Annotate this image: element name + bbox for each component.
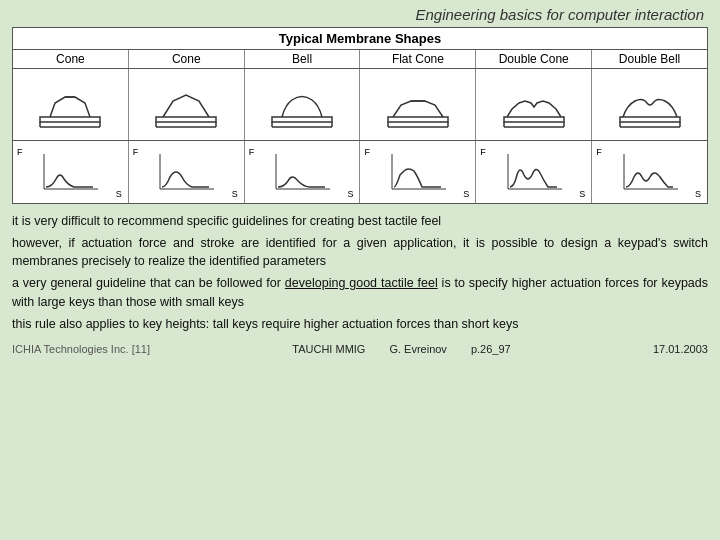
svg-rect-9: [272, 117, 332, 122]
graph3-s-label: S: [347, 189, 353, 199]
col-header-cone2: Cone: [129, 50, 245, 68]
graph-cone2: F S: [129, 141, 245, 203]
shape-cone1: [13, 69, 129, 140]
text-para4: this rule also applies to key heights: t…: [12, 315, 708, 333]
svg-rect-0: [40, 117, 100, 122]
col-header-double-bell: Double Bell: [592, 50, 707, 68]
footer: ICHIA Technologies Inc. [11] TAUCHI MMIG…: [0, 337, 720, 355]
col-header-bell: Bell: [245, 50, 361, 68]
graph5-s-label: S: [579, 189, 585, 199]
shape-double-cone: [476, 69, 592, 140]
graph-cone1: F S: [13, 141, 129, 203]
footer-center: TAUCHI MMIG G. Evreinov p.26_97: [292, 343, 510, 355]
svg-rect-5: [156, 117, 216, 122]
shapes-graphs-row: F S F S F S: [13, 141, 707, 203]
footer-page: p.26_97: [471, 343, 511, 355]
text-para1: it is very difficult to recommend specif…: [12, 212, 708, 230]
graph5-f-label: F: [480, 147, 486, 157]
shape-bell: [245, 69, 361, 140]
graph-double-cone: F S: [476, 141, 592, 203]
svg-rect-13: [388, 117, 448, 122]
footer-left: ICHIA Technologies Inc. [11]: [12, 343, 150, 355]
text-para2: however, if actuation force and stroke a…: [12, 234, 708, 270]
graph4-s-label: S: [463, 189, 469, 199]
graph2-s-label: S: [232, 189, 238, 199]
graph-flat-cone: F S: [360, 141, 476, 203]
shape-cone2: [129, 69, 245, 140]
svg-rect-18: [504, 117, 564, 122]
graph1-s-label: S: [116, 189, 122, 199]
page-title: Engineering basics for computer interact…: [0, 0, 720, 27]
graph1-f-label: F: [17, 147, 23, 157]
shapes-header-row: Cone Cone Bell Flat Cone Double Cone Dou…: [13, 50, 707, 69]
graph6-s-label: S: [695, 189, 701, 199]
shape-flat-cone: [360, 69, 476, 140]
diagram-container: Typical Membrane Shapes Cone Cone Bell F…: [12, 27, 708, 204]
shapes-images-row: [13, 69, 707, 141]
diagram-title: Typical Membrane Shapes: [13, 28, 707, 50]
graph2-f-label: F: [133, 147, 139, 157]
text-para3: a very general guideline that can be fol…: [12, 274, 708, 310]
graph-bell: F S: [245, 141, 361, 203]
graph-double-bell: F S: [592, 141, 707, 203]
footer-org: TAUCHI MMIG: [292, 343, 365, 355]
underline-text: developing good tactile feel: [285, 276, 438, 290]
footer-author: G. Evreinov: [389, 343, 446, 355]
text-content: it is very difficult to recommend specif…: [12, 212, 708, 333]
col-header-flat-cone: Flat Cone: [360, 50, 476, 68]
col-header-double-cone: Double Cone: [476, 50, 592, 68]
footer-date: 17.01.2003: [653, 343, 708, 355]
graph4-f-label: F: [364, 147, 370, 157]
graph6-f-label: F: [596, 147, 602, 157]
col-header-cone1: Cone: [13, 50, 129, 68]
svg-rect-22: [620, 117, 680, 122]
shape-double-bell: [592, 69, 707, 140]
graph3-f-label: F: [249, 147, 255, 157]
